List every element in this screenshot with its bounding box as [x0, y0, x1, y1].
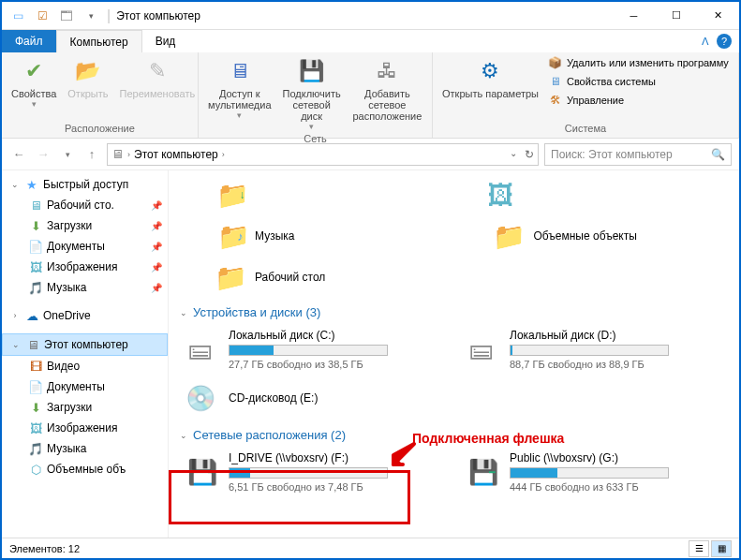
open-settings-button[interactable]: ⚙ Открыть параметры [438, 54, 542, 101]
rename-button: ✎ Переименовать [116, 54, 200, 101]
sidebar-onedrive[interactable]: › ☁ OneDrive [2, 305, 168, 326]
music-icon: 🎵 [28, 280, 43, 295]
sidebar-item[interactable]: ⬡Объемные объ [2, 459, 168, 479]
folder-icon: 📁 [214, 260, 247, 294]
help-icon[interactable]: ? [717, 34, 732, 49]
music-icon: 🎵 [28, 441, 43, 456]
sidebar-item[interactable]: 🎵Музыка [2, 438, 168, 459]
status-item-count: Элементов: 12 [9, 543, 80, 554]
nav-back-button[interactable]: ← [9, 145, 28, 164]
drive-icon: 💾━ [463, 455, 500, 489]
manage-button[interactable]: 🛠Управление [546, 92, 731, 109]
sidebar-item[interactable]: 🎞Видео [2, 356, 168, 376]
folder-icon: 📁 [493, 219, 526, 253]
address-dropdown-icon[interactable]: ⌄ [510, 148, 517, 161]
doc-icon: 📄 [28, 239, 43, 254]
sidebar-item[interactable]: 📄Документы [2, 376, 168, 397]
search-icon[interactable]: 🔍 [711, 148, 725, 161]
sidebar-item[interactable]: 🖼Изображения📌 [2, 257, 168, 277]
annotation-highlight-box [169, 470, 410, 524]
uninstall-button[interactable]: 📦Удалить или изменить программу [546, 54, 731, 71]
nav-recent-dropdown[interactable]: ▾ [58, 145, 77, 164]
sidebar-item[interactable]: 🎵Музыка📌 [2, 277, 168, 298]
expand-icon[interactable]: › [9, 311, 21, 320]
tab-file[interactable]: Файл [2, 30, 56, 52]
pin-icon: 📌 [151, 262, 162, 273]
address-icon: 🖥 [111, 147, 124, 161]
network-drive-item[interactable]: 💾━ Public (\\vboxsrv) (G:)444 ГБ свободн… [459, 446, 721, 498]
ribbon-tabs: Файл Компьютер Вид ᐱ ? [2, 30, 739, 52]
annotation-arrow [390, 442, 418, 468]
drive-icon: 🖴 [182, 332, 219, 366]
pin-icon: 📌 [151, 242, 162, 252]
address-bar[interactable]: 🖥 › Этот компьютер › ⌄ ↻ [107, 143, 539, 166]
drive-item[interactable]: 🖴 Локальный диск (D:)88,7 ГБ свободно из… [459, 323, 721, 376]
chevron-down-icon: ⌄ [180, 308, 187, 317]
desktop-icon: 🖥 [28, 198, 43, 213]
download-icon: ⬇ [28, 218, 43, 233]
title-bar: ▭ ☑ 🗔 ▾ | Этот компьютер ─ ☐ ✕ [2, 2, 739, 30]
navigation-pane: ⌄ ★ Быстрый доступ 🖥Рабочий сто.📌⬇Загруз… [2, 170, 169, 538]
sidebar-quick-access[interactable]: ⌄ ★ Быстрый доступ [2, 174, 168, 195]
pin-icon: 📌 [151, 283, 162, 293]
ribbon: ✔ Свойства ▾ 📂 Открыть ✎ Переименовать Р… [2, 52, 739, 139]
ribbon-group-location: Расположение [7, 123, 192, 136]
properties-button[interactable]: ✔ Свойства ▾ [7, 54, 60, 111]
video-icon: 🎞 [28, 359, 43, 374]
section-drives[interactable]: ⌄ Устройства и диски (3) [178, 298, 730, 323]
folder-item[interactable]: 📁Объемные объекты [489, 215, 731, 257]
download-icon: ⬇ [28, 400, 43, 415]
view-tiles-button[interactable]: ▦ [711, 540, 732, 557]
open-button: 📂 Открыть [64, 54, 111, 101]
sidebar-item[interactable]: 🖼Изображения [2, 418, 168, 438]
media-access-button[interactable]: 🖥 Доступ к мультимедиа ▾ [204, 54, 275, 122]
sidebar-this-pc[interactable]: ⌄ 🖥 Этот компьютер [2, 333, 168, 356]
refresh-button[interactable]: ↻ [519, 148, 534, 161]
nav-up-button[interactable]: ↑ [82, 145, 101, 164]
tab-computer[interactable]: Компьютер [56, 30, 142, 52]
maximize-button[interactable]: ☐ [655, 2, 697, 29]
drive-icon: 💿 [182, 381, 219, 415]
drive-item[interactable]: 🖴 Локальный диск (C:)27,7 ГБ свободно из… [178, 323, 440, 376]
capacity-bar [510, 345, 669, 356]
ribbon-collapse-icon[interactable]: ᐱ [702, 36, 709, 48]
folder-icon: 📁↓ [214, 178, 247, 212]
window-icon: 🗔 [56, 8, 77, 23]
qat-newfolder-icon[interactable]: ▭ [7, 6, 28, 26]
sidebar-item[interactable]: 🖥Рабочий сто.📌 [2, 195, 168, 215]
content-pane: 📁↓ 🖼 📁♪Музыка📁Объемные объекты📁Рабочий с… [169, 170, 739, 538]
picture-icon: 🖼 [483, 178, 517, 212]
image-icon: 🖼 [28, 259, 43, 274]
expand-icon[interactable]: ⌄ [10, 340, 22, 349]
image-icon: 🖼 [28, 420, 43, 435]
nav-forward-button[interactable]: → [34, 145, 52, 164]
qat-properties-icon[interactable]: ☑ [32, 6, 52, 26]
folder-item[interactable]: 📁↓ [210, 174, 442, 215]
window-title: Этот компьютер [112, 9, 200, 22]
folder-item[interactable]: 🖼 [480, 174, 730, 215]
map-drive-button[interactable]: 💾 Подключить сетевой диск ▾ [279, 54, 345, 133]
status-bar: Элементов: 12 ☰ ▦ [2, 538, 739, 558]
sidebar-item[interactable]: 📄Документы📌 [2, 236, 168, 257]
folder-item[interactable]: 📁Рабочий стол [210, 257, 463, 298]
folder-icon: 📁♪ [214, 219, 247, 253]
add-network-button[interactable]: 🖧 Добавить сетевое расположение [348, 54, 426, 124]
folder-item[interactable]: 📁♪Музыка [210, 215, 452, 257]
close-button[interactable]: ✕ [697, 2, 739, 29]
pin-icon: 📌 [151, 200, 162, 211]
expand-icon[interactable]: ⌄ [9, 180, 21, 189]
drive-item[interactable]: 💿 CD-дисковод (E:) [178, 376, 440, 420]
qat-dropdown-icon[interactable]: ▾ [81, 6, 101, 26]
ribbon-group-system: Система [438, 123, 733, 136]
monitor-icon: 🖥 [25, 337, 40, 352]
star-icon: ★ [24, 177, 39, 192]
tab-view[interactable]: Вид [142, 30, 189, 52]
sidebar-item[interactable]: ⬇Загрузки [2, 397, 168, 418]
address-bar-row: ← → ▾ ↑ 🖥 › Этот компьютер › ⌄ ↻ Поиск: … [2, 139, 739, 170]
system-properties-button[interactable]: 🖥Свойства системы [546, 73, 731, 90]
search-box[interactable]: Поиск: Этот компьютер 🔍 [544, 143, 732, 166]
view-details-button[interactable]: ☰ [689, 540, 709, 557]
sidebar-item[interactable]: ⬇Загрузки📌 [2, 215, 168, 236]
minimize-button[interactable]: ─ [613, 2, 655, 29]
search-placeholder: Поиск: Этот компьютер [551, 148, 673, 161]
